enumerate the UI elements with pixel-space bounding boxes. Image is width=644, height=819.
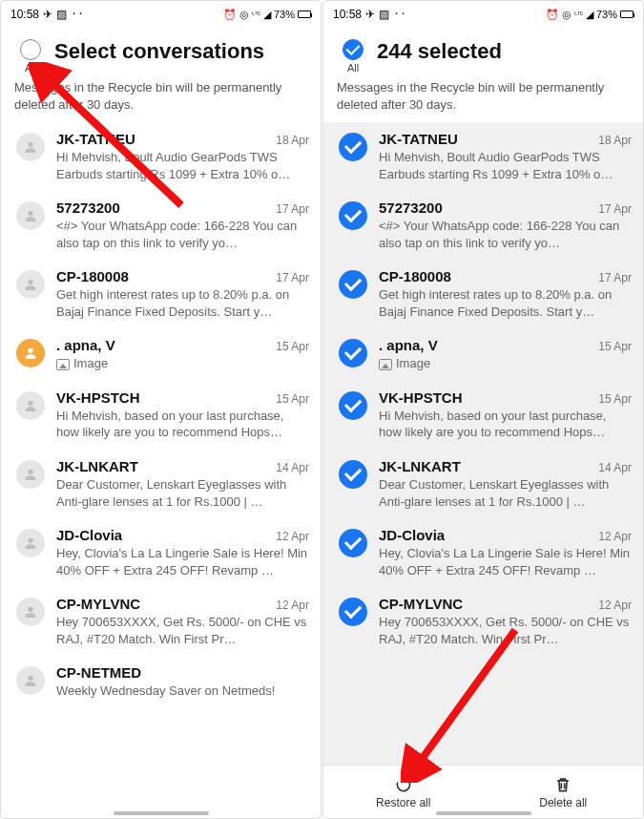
signal-icon: ◢ <box>263 9 271 21</box>
conversation-row[interactable]: CP-NETMEDWeekly Wednesday Saver on Netme… <box>1 656 321 708</box>
select-all-label: All <box>25 62 36 74</box>
sender-name: CP-180008 <box>379 268 451 284</box>
conversation-list[interactable]: JK-TATNEU18 AprHi Mehvish, Boult Audio G… <box>1 122 321 818</box>
message-preview: Hi Mehvish, Boult Audio GearPods TWS Ear… <box>56 149 309 182</box>
conversation-row[interactable]: CP-MYLVNC12 AprHey 700653XXXX, Get Rs. 5… <box>1 587 321 656</box>
sender-name: . apna, V <box>379 337 438 353</box>
restore-all-button[interactable]: Restore all <box>323 766 484 818</box>
generic-avatar <box>16 270 45 299</box>
selection-header: All 244 selected <box>323 28 643 79</box>
conversation-row[interactable]: 5727320017 Apr<#> Your WhatsApp code: 16… <box>323 191 643 260</box>
sender-name: . apna, V <box>56 337 115 353</box>
select-all-checkbox[interactable] <box>343 39 364 60</box>
right-panel: 10:58 ✈ ▨ ᛫᛫ ⏰ ◎ ᴸᵀᴱ ◢ 73% All 244 selec… <box>322 0 644 819</box>
selected-check-icon <box>339 529 367 557</box>
recycle-bin-notice: Messages in the Recycle bin will be perm… <box>323 79 643 122</box>
sender-name: JK-TATNEU <box>56 131 135 147</box>
selected-check-icon <box>339 460 367 489</box>
battery-pct: 73% <box>596 9 617 20</box>
message-preview: Weekly Wednesday Saver on Netmeds! <box>56 682 309 700</box>
status-time: 10:58 <box>10 8 39 21</box>
message-preview: <#> Your WhatsApp code: 166-228 You can … <box>379 218 632 251</box>
alarm-icon: ⏰ <box>546 9 559 21</box>
battery-icon <box>298 10 311 18</box>
message-date: 15 Apr <box>276 340 309 353</box>
action-bar: Restore all Delete all <box>323 765 643 818</box>
gesture-bar <box>114 811 209 815</box>
sender-name: JK-LNKART <box>56 458 138 474</box>
conversation-row[interactable]: JK-LNKART14 AprDear Customer, Lenskart E… <box>1 450 321 518</box>
message-preview: Image <box>56 355 309 372</box>
volte-icon: ᴸᵀᴱ <box>252 10 260 19</box>
conversation-row[interactable]: JK-TATNEU18 AprHi Mehvish, Boult Audio G… <box>1 122 321 191</box>
message-date: 12 Apr <box>598 598 632 612</box>
conversation-list[interactable]: JK-TATNEU18 AprHi Mehvish, Boult Audio G… <box>323 122 643 765</box>
message-date: 18 Apr <box>598 134 632 147</box>
battery-icon <box>620 10 634 18</box>
sender-name: CP-NETMED <box>56 664 141 681</box>
generic-avatar <box>16 666 45 695</box>
select-all-checkbox[interactable] <box>20 39 41 60</box>
conversation-row[interactable]: VK-HPSTCH15 AprHi Mehvish, based on your… <box>323 381 643 450</box>
sender-name: JD-Clovia <box>56 527 122 543</box>
delete-all-button[interactable]: Delete all <box>484 766 644 818</box>
page-title: 244 selected <box>371 39 502 64</box>
message-date: 14 Apr <box>276 461 309 474</box>
message-preview: Hi Mehvish, based on your last purchase,… <box>56 408 309 441</box>
conversation-row[interactable]: CP-MYLVNC12 AprHey 700653XXXX, Get Rs. 5… <box>323 587 643 656</box>
message-preview: <#> Your WhatsApp code: 166-228 You can … <box>56 218 309 251</box>
battery-pct: 73% <box>274 9 295 20</box>
more-notif-icon: ᛫᛫ <box>71 8 84 21</box>
alarm-icon: ⏰ <box>223 9 237 21</box>
conversation-row[interactable]: JK-TATNEU18 AprHi Mehvish, Boult Audio G… <box>323 122 643 191</box>
generic-avatar <box>16 529 45 557</box>
message-preview: Hey 700653XXXX, Get Rs. 5000/- on CHE vs… <box>379 614 632 647</box>
sender-name: CP-180008 <box>56 268 129 284</box>
message-date: 17 Apr <box>276 202 309 216</box>
message-preview: Hey 700653XXXX, Get Rs. 5000/- on CHE vs… <box>56 614 309 647</box>
message-preview: Hi Mehvish, Boult Audio GearPods TWS Ear… <box>379 149 632 182</box>
message-date: 17 Apr <box>598 202 632 216</box>
message-date: 15 Apr <box>598 340 632 353</box>
more-notif-icon: ᛫᛫ <box>393 8 406 21</box>
conversation-row[interactable]: JK-LNKART14 AprDear Customer, Lenskart E… <box>323 450 643 518</box>
conversation-row[interactable]: CP-18000817 AprGet high interest rates u… <box>323 260 643 328</box>
conversation-row[interactable]: . apna, V15 AprImage <box>1 328 321 381</box>
recycle-bin-notice: Messages in the Recycle bin will be perm… <box>1 79 321 122</box>
image-attachment-icon <box>379 359 392 370</box>
generic-avatar <box>16 133 45 161</box>
conversation-row[interactable]: . apna, V15 AprImage <box>323 328 643 381</box>
conversation-row[interactable]: CP-18000817 AprGet high interest rates u… <box>1 260 321 328</box>
message-preview: Dear Customer, Lenskart Eyeglasses with … <box>379 476 632 510</box>
message-date: 14 Apr <box>598 461 632 474</box>
status-bar: 10:58 ✈ ▨ ᛫᛫ ⏰ ◎ ᴸᵀᴱ ◢ 73% <box>323 1 643 28</box>
telegram-icon: ✈ <box>43 8 52 21</box>
telegram-icon: ✈ <box>365 8 375 21</box>
sender-name: JD-Clovia <box>379 527 445 543</box>
message-preview: Hey, Clovia's La La Lingerie Sale is Her… <box>379 545 632 578</box>
message-date: 12 Apr <box>276 598 309 612</box>
sender-name: CP-MYLVNC <box>379 596 463 612</box>
left-panel: 10:58 ✈ ▨ ᛫᛫ ⏰ ◎ ᴸᵀᴱ ◢ 73% All Select co… <box>0 0 322 819</box>
conversation-row[interactable]: JD-Clovia12 AprHey, Clovia's La La Linge… <box>1 518 321 587</box>
conversation-row[interactable]: VK-HPSTCH15 AprHi Mehvish, based on your… <box>1 381 321 450</box>
hotspot-icon: ◎ <box>562 9 571 21</box>
hotspot-icon: ◎ <box>239 9 249 21</box>
sender-name: JK-TATNEU <box>379 131 458 147</box>
sender-name: CP-MYLVNC <box>56 596 140 612</box>
selected-check-icon <box>339 133 367 161</box>
restore-icon <box>394 775 413 794</box>
selected-check-icon <box>339 201 367 230</box>
selected-check-icon <box>339 598 367 626</box>
message-date: 17 Apr <box>598 271 632 284</box>
status-bar: 10:58 ✈ ▨ ᛫᛫ ⏰ ◎ ᴸᵀᴱ ◢ 73% <box>1 1 321 28</box>
status-time: 10:58 <box>333 8 362 21</box>
sender-name: 57273200 <box>379 200 443 216</box>
conversation-row[interactable]: 5727320017 Apr<#> Your WhatsApp code: 16… <box>1 191 321 260</box>
message-date: 17 Apr <box>276 271 309 284</box>
page-title: Select conversations <box>49 39 264 64</box>
sender-name: VK-HPSTCH <box>379 389 463 406</box>
delete-all-label: Delete all <box>539 796 587 809</box>
conversation-row[interactable]: JD-Clovia12 AprHey, Clovia's La La Linge… <box>323 518 643 587</box>
signal-icon: ◢ <box>586 9 593 21</box>
